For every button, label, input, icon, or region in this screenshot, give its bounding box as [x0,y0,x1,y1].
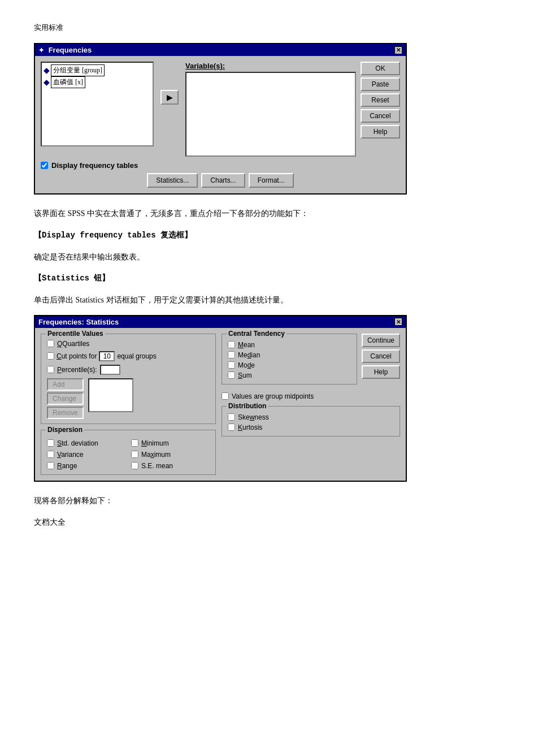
central-tendency-title: Central Tendency [227,330,286,338]
ok-button[interactable]: OK [361,62,400,75]
frequencies-title: ✦ Frequencies [38,46,92,54]
range-row: Range [47,462,125,470]
mode-row: Mode [228,361,351,369]
stats-help-button[interactable]: Help [362,365,400,379]
percentile-controls: Add Change Remove [47,378,210,419]
variable-target-panel: Variable(s): [185,62,356,157]
charts-button[interactable]: Charts... [201,173,245,188]
variable-list-box[interactable]: ◆ 分组变量 [group] ◆ 血磷值 [x] [41,62,154,146]
frequencies-titlebar: ✦ Frequencies ✕ [35,44,406,56]
bracket-label-2: 【Statistics 钮】 [34,271,500,286]
add-button[interactable]: Add [47,378,84,391]
variance-checkbox[interactable] [47,451,54,458]
prose-2: 确定是否在结果中输出频数表。 [34,250,500,264]
maximum-row: Maximum [131,451,210,459]
skewness-checkbox[interactable] [228,413,235,421]
distribution-group: Distribution Skewness Kurtosis [222,406,400,437]
mean-checkbox[interactable] [228,341,235,348]
prose-1: 该界面在 SPSS 中实在太普通了，无须多言，重点介绍一下各部分的功能如下： [34,207,500,221]
top-label: 实用标准 [34,23,500,33]
minimum-label: Minimum [141,439,169,447]
cancel-button[interactable]: Cancel [361,109,400,123]
midpoints-row: Values are group midpoints [222,392,400,400]
var-item-x[interactable]: ◆ 血磷值 [x] [44,76,151,88]
variance-label: Variance [57,451,83,459]
stats-cancel-button[interactable]: Cancel [362,349,400,363]
percentile-list-box[interactable] [88,378,133,412]
help-button[interactable]: Help [361,125,400,139]
mode-checkbox[interactable] [228,361,235,369]
variable-source-panel: ◆ 分组变量 [group] ◆ 血磷值 [x] [41,62,154,146]
quartiles-label: QQuartiles [57,340,89,348]
title-icon: ✦ [38,46,44,54]
se-mean-row: S.E. mean [131,462,210,470]
cutpoints-input[interactable] [99,351,115,361]
diamond-icon-1: ◆ [44,66,50,75]
bracket-label-1: 【Display frequency tables 复选框】 [34,228,500,243]
minimum-row: Minimum [131,439,210,447]
transfer-arrow-button[interactable]: ▶ [160,90,179,105]
bottom-prose-2: 文档大全 [34,516,500,529]
mean-label: Mean [238,341,255,349]
change-button[interactable]: Change [47,392,84,405]
continue-button[interactable]: Continue [362,334,400,347]
display-frequency-checkbox[interactable] [41,162,48,169]
percentiles-label: Percentile(s): [57,366,97,374]
var-label-group: 分组变量 [group] [51,64,105,76]
median-row: Median [228,351,351,359]
std-dev-label: Std. deviation [57,439,98,447]
var-item-group[interactable]: ◆ 分组变量 [group] [44,64,151,76]
dispersion-grid: Std. deviation Minimum Variance Maximum [47,437,210,470]
percentiles-checkbox[interactable] [47,366,54,373]
cutpoints-label: Cut points for [57,352,97,360]
range-label: Range [57,462,77,470]
quartiles-checkbox[interactable] [47,340,54,347]
maximum-label: Maximum [141,451,171,459]
skewness-row: Skewness [228,413,394,421]
midpoints-checkbox[interactable] [222,392,229,400]
std-dev-checkbox[interactable] [47,439,54,447]
cutpoints-row: Cut points for equal groups [47,351,210,361]
cutpoints-suffix: equal groups [117,352,156,360]
quartiles-row: QQuartiles [47,340,210,348]
statistics-dialog: Frequencies: Statistics ✕ Percentile Val… [34,315,407,482]
stats-right-column: Central Tendency Mean Median Mode [222,334,400,437]
remove-button[interactable]: Remove [47,407,84,419]
se-mean-label: S.E. mean [141,462,173,470]
median-checkbox[interactable] [228,351,235,358]
variable-target-box[interactable] [185,72,356,157]
sum-checkbox[interactable] [228,371,235,379]
std-dev-row: Std. deviation [47,439,125,447]
variance-row: Variance [47,451,125,459]
stats-action-buttons: Continue Cancel Help [362,334,400,385]
display-checkbox-label: Display frequency tables [51,161,138,170]
dialog-title-text: Frequencies [49,46,92,54]
sum-row: Sum [228,371,351,379]
variables-label: Variable(s): [185,62,356,70]
paste-button[interactable]: Paste [361,77,400,91]
close-button[interactable]: ✕ [394,46,402,54]
range-checkbox[interactable] [47,462,54,469]
dispersion-group: Dispersion Std. deviation Minimum Varian… [41,430,216,475]
mode-label: Mode [238,361,255,369]
median-label: Median [238,351,260,359]
distribution-title: Distribution [227,402,268,410]
sum-label: Sum [238,371,252,379]
mean-row: Mean [228,341,351,349]
cutpoints-checkbox[interactable] [47,352,54,360]
statistics-button[interactable]: Statistics... [147,173,198,188]
prose-3: 单击后弹出 Statistics 对话框如下，用于定义需要计算的其他描述统计量。 [34,293,500,307]
maximum-checkbox[interactable] [131,451,138,458]
reset-button[interactable]: Reset [361,93,400,107]
percentiles-input[interactable] [100,365,120,375]
percentile-values-group: Percentile Values QQuartiles Cut points … [41,334,216,424]
se-mean-checkbox[interactable] [131,462,138,469]
stats-close-button[interactable]: ✕ [394,318,402,326]
skewness-label: Skewness [238,413,269,421]
statistics-titlebar: Frequencies: Statistics ✕ [35,316,406,328]
format-button[interactable]: Format... [249,173,294,188]
diamond-icon-2: ◆ [44,77,50,87]
minimum-checkbox[interactable] [131,439,138,447]
kurtosis-checkbox[interactable] [228,424,235,431]
percentile-values-title: Percentile Values [46,330,105,338]
